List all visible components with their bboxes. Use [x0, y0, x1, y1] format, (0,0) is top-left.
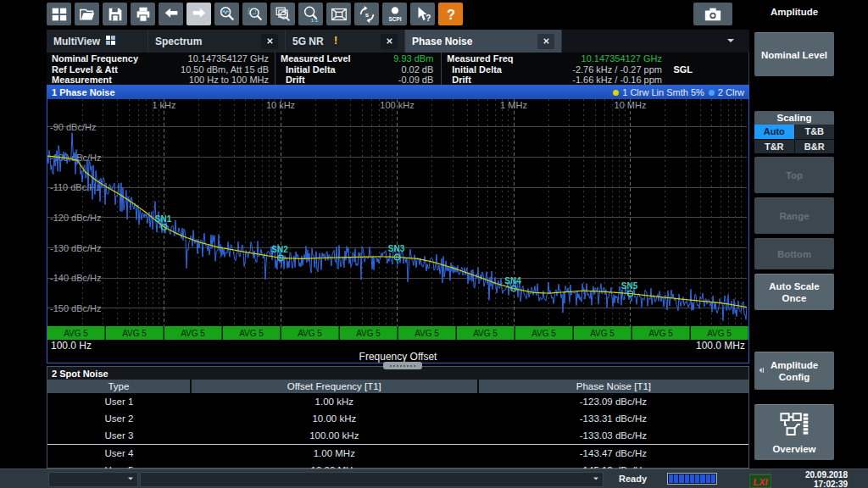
phase-noise-chart[interactable]: 1 kHz10 kHz100 kHz1 MHz10 MHz-90 dBc/Hz-… — [47, 99, 748, 326]
scaling-option-tandr[interactable]: T&R — [754, 140, 794, 154]
softkey-auto-scale-once[interactable]: Auto Scale Once — [754, 274, 834, 310]
table-row[interactable]: User 41.00 MHz-143.47 dBc/Hz — [47, 445, 748, 463]
scaling-option-auto[interactable]: Auto — [754, 125, 794, 139]
avg-count-segment: AVG 5 — [340, 326, 398, 340]
svg-text:-150 dBc/Hz: -150 dBc/Hz — [50, 303, 102, 313]
tab-5g-nr[interactable]: 5G NR! — [286, 30, 405, 53]
redo-button[interactable] — [186, 3, 211, 25]
softkey-bottom[interactable]: Bottom — [754, 238, 834, 269]
status-dropdown-main[interactable] — [140, 472, 604, 487]
avg-count-segment: AVG 5 — [691, 326, 748, 340]
status-dropdown-left[interactable] — [48, 472, 138, 487]
scaling-option-bandr[interactable]: B&R — [795, 140, 835, 154]
measurement-info-bar: Nominal Frequency10.147354127 GHzRef Lev… — [47, 53, 749, 86]
svg-text:-140 dBc/Hz: -140 dBc/Hz — [50, 273, 102, 283]
svg-text:SN3: SN3 — [388, 244, 405, 253]
softkey-amplitude-config[interactable]: Amplitude Config — [754, 352, 834, 390]
tab-phase-noise[interactable]: Phase Noise — [405, 30, 562, 53]
info-panel-1[interactable]: Nominal Frequency10.147354127 GHzRef Lev… — [47, 53, 275, 86]
progress-segment — [690, 474, 694, 483]
sweep-refresh-button[interactable]: s — [354, 3, 379, 25]
close-icon — [542, 36, 551, 46]
svg-text:10 MHz: 10 MHz — [615, 100, 647, 110]
toolbar: 1:1sSCPI?? — [47, 3, 463, 25]
column-header: Type — [47, 380, 191, 393]
softkey-label: Amplitude Config — [754, 359, 834, 383]
display-frame-icon — [330, 5, 348, 24]
avg-count-segment: AVG 5 — [515, 326, 573, 340]
progress-segment — [695, 474, 699, 483]
avg-count-segment: AVG 5 — [574, 326, 632, 340]
avg-count-segment: AVG 5 — [164, 326, 222, 340]
softkey-range[interactable]: Range — [754, 197, 834, 234]
legend-trace-1[interactable]: 1 Clrw Lin Smth 5% — [613, 87, 704, 97]
zoom-1to1-button[interactable]: 1:1 — [298, 3, 323, 25]
window2-title: 2 Spot Noise — [52, 369, 108, 379]
zoom-trace-button[interactable] — [214, 3, 239, 25]
chevron-down-icon — [591, 474, 601, 484]
svg-text:SN5: SN5 — [621, 281, 638, 291]
scpi-recorder-button[interactable]: SCPI — [382, 3, 407, 25]
redo-icon — [190, 5, 209, 24]
softkey-overview[interactable]: Overview — [754, 404, 834, 460]
overview-icon — [780, 410, 809, 439]
zoom-area-button[interactable] — [242, 3, 267, 25]
tab-close-button[interactable] — [381, 34, 398, 49]
channel-tab-bar: MultiViewSpectrum5G NR!Phase Noise — [47, 30, 749, 53]
svg-text:100 kHz: 100 kHz — [380, 100, 414, 110]
date-time-display: 20.09.2018 17:02:39 — [805, 470, 848, 488]
tab-spectrum[interactable]: Spectrum — [148, 30, 286, 53]
spot-noise-table: TypeOffset Frequency [T1]Phase Noise [T1… — [47, 380, 748, 479]
context-help-icon: ? — [414, 5, 432, 24]
zoom-1to1-icon: 1:1 — [302, 5, 320, 24]
zoom-area-icon — [246, 5, 264, 24]
open-file-icon — [78, 5, 97, 24]
print-icon — [134, 5, 153, 24]
avg-count-segment: AVG 5 — [281, 326, 339, 340]
progress-segment — [700, 474, 704, 483]
legend-trace-2[interactable]: 2 Clrw — [709, 87, 744, 97]
phase-noise-window-titlebar[interactable]: 1 Phase Noise 1 Clrw Lin Smth 5%2 Clrw — [47, 86, 748, 99]
trace-color-dot — [613, 90, 619, 96]
context-help-button[interactable]: ? — [410, 3, 435, 25]
phase-noise-window: 1 Phase Noise 1 Clrw Lin Smth 5%2 Clrw 1… — [47, 85, 749, 363]
date-text: 20.09.2018 — [805, 470, 848, 480]
help-button[interactable]: ? — [438, 3, 463, 25]
svg-text:SN1: SN1 — [155, 214, 172, 224]
progress-segment — [669, 474, 673, 483]
info-panel-3[interactable]: Measured Freq10.147354127 GHzInitial Del… — [442, 53, 749, 86]
screenshot-camera-button[interactable] — [693, 3, 732, 25]
tab-multiview[interactable]: MultiView — [47, 30, 148, 53]
save-button[interactable] — [103, 3, 127, 25]
print-button[interactable] — [131, 3, 155, 25]
scaling-group-label: Scaling — [754, 111, 834, 125]
table-row[interactable]: User 3100.00 kHz-133.03 dBc/Hz — [47, 427, 748, 445]
window-splitter-handle[interactable] — [383, 362, 422, 369]
softkey-top[interactable]: Top — [754, 157, 834, 193]
svg-text:-90 dBc/Hz: -90 dBc/Hz — [50, 122, 96, 132]
svg-text:1 kHz: 1 kHz — [152, 100, 175, 110]
open-file-button[interactable] — [75, 3, 99, 25]
tab-close-button[interactable] — [261, 34, 278, 49]
tab-overflow-chevron-down-icon[interactable] — [722, 34, 739, 47]
windows-logo-icon — [50, 5, 69, 24]
lxi-logo-icon: LXI — [749, 473, 771, 488]
tab-close-button[interactable] — [537, 34, 554, 49]
zoom-trace-icon — [218, 5, 236, 24]
undo-button[interactable] — [159, 3, 183, 25]
display-frame-button[interactable] — [326, 3, 351, 25]
table-row[interactable]: User 210.00 kHz-133.31 dBc/Hz — [47, 410, 748, 427]
softkey-nominal-level[interactable]: Nominal Level — [754, 32, 834, 76]
trace-legend[interactable]: 1 Clrw Lin Smth 5%2 Clrw — [613, 87, 744, 97]
grid-icon — [105, 35, 116, 46]
close-icon — [265, 36, 275, 46]
windows-logo-button[interactable] — [47, 3, 71, 25]
zoom-multi-button[interactable] — [270, 3, 295, 25]
table-row[interactable]: User 11.00 kHz-123.09 dBc/Hz — [47, 393, 748, 410]
progress-segment — [679, 474, 683, 483]
zoom-multi-icon — [274, 5, 292, 24]
undo-icon — [162, 5, 181, 24]
chevron-down-icon — [125, 474, 136, 484]
info-panel-2[interactable]: Measured Level9.93 dBmInitial Delta0.02 … — [275, 53, 442, 86]
scaling-option-tandb[interactable]: T&B — [795, 125, 835, 139]
